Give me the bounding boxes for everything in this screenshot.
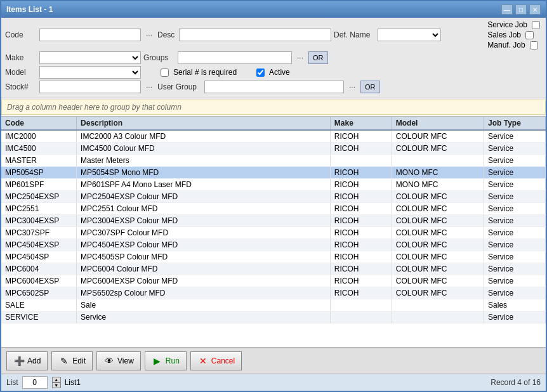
sales-job-checkbox[interactable] — [525, 31, 534, 39]
cell-desc: MPC2504EXSP Colour MFD — [77, 191, 331, 203]
groups-input[interactable] — [178, 51, 292, 64]
cell-desc: Service — [77, 311, 331, 323]
cell-code: MPC6004EXSP — [1, 275, 77, 287]
table-row[interactable]: MPC6004MPC6004 Colour MFDRICOHCOLOUR MFC… — [1, 263, 546, 275]
active-checkbox[interactable] — [256, 69, 265, 77]
table-row[interactable]: MPC307SPFMPC307SPF Colour MFDRICOHCOLOUR… — [1, 227, 546, 239]
table-row[interactable]: IMC4500IMC4500 Colour MFDRICOHCOLOUR MFC… — [1, 143, 546, 155]
cell-make: RICOH — [330, 239, 392, 251]
cell-make: RICOH — [330, 130, 392, 143]
run-icon: ▶ — [152, 355, 163, 367]
table-row[interactable]: IMC2000IMC2000 A3 Colour MFDRICOHCOLOUR … — [1, 130, 546, 143]
cell-job: Service — [484, 239, 546, 251]
table-row[interactable]: SALESaleSales — [1, 299, 546, 311]
cell-model: COLOUR MFC — [392, 227, 484, 239]
user-group-or-button[interactable]: OR — [360, 81, 380, 93]
table-row[interactable]: MP5054SPMP5054SP Mono MFDRICOHMONO MFCSe… — [1, 167, 546, 179]
table-row[interactable]: MPC4504SPMPC4505SP Colour MFDRICOHCOLOUR… — [1, 251, 546, 263]
cell-code: MPC6004 — [1, 263, 77, 275]
table-row[interactable]: MPC3004EXSPMPC3004EXSP Colour MFDRICOHCO… — [1, 215, 546, 227]
groups-label: Groups — [143, 53, 175, 62]
col-model[interactable]: Model — [392, 117, 484, 130]
groups-or-button[interactable]: OR — [308, 51, 328, 64]
table-row[interactable]: SERVICEServiceService — [1, 311, 546, 323]
serial-required-checkbox[interactable] — [161, 69, 169, 77]
restore-button[interactable]: □ — [515, 4, 527, 15]
cell-desc: Master Meters — [77, 155, 331, 167]
code-input[interactable] — [39, 29, 141, 41]
cell-model: COLOUR MFC — [392, 287, 484, 299]
table-row[interactable]: MPC6502SPMPS6502sp Colour MFDRICOHCOLOUR… — [1, 287, 546, 299]
groups-dots[interactable]: ··· — [294, 53, 306, 62]
sales-job-row: Sales Job — [487, 30, 542, 39]
user-group-dots[interactable]: ··· — [346, 82, 358, 91]
table-row[interactable]: MASTERMaster MetersService — [1, 155, 546, 167]
code-label: Code — [5, 30, 37, 39]
table-row[interactable]: MP601SPFMP601SPF A4 Mono Laser MFDRICOHM… — [1, 179, 546, 191]
run-button[interactable]: ▶ Run — [145, 351, 187, 370]
cell-code: MP601SPF — [1, 179, 77, 191]
cell-model: COLOUR MFC — [392, 275, 484, 287]
cell-model: MONO MFC — [392, 179, 484, 191]
cell-make: RICOH — [330, 167, 392, 179]
cell-desc: MPS6502sp Colour MFD — [77, 287, 331, 299]
desc-input[interactable] — [179, 29, 331, 41]
spin-up-button[interactable]: ▲ — [52, 377, 61, 382]
cell-job: Service — [484, 215, 546, 227]
cell-job: Service — [484, 143, 546, 155]
table-header-row: Code Description Make Model Job Type — [1, 117, 546, 130]
cell-job: Service — [484, 179, 546, 191]
def-name-label: Def. Name — [334, 30, 375, 39]
cell-job: Service — [484, 227, 546, 239]
edit-button[interactable]: ✎ Edit — [51, 351, 93, 370]
service-job-checkbox[interactable] — [532, 21, 540, 29]
user-group-input[interactable] — [204, 81, 344, 93]
record-info: Record 4 of 16 — [491, 378, 541, 387]
serial-required-label: Serial # is required — [173, 68, 237, 77]
def-name-select[interactable] — [378, 29, 441, 41]
cell-model: COLOUR MFC — [392, 239, 484, 251]
cell-job: Sales — [484, 299, 546, 311]
cell-code: MPC2504EXSP — [1, 191, 77, 203]
cell-make: RICOH — [330, 263, 392, 275]
minimize-button[interactable]: — — [501, 4, 513, 15]
col-desc[interactable]: Description — [77, 117, 331, 130]
col-make[interactable]: Make — [330, 117, 392, 130]
cell-desc: MPC4505SP Colour MFD — [77, 251, 331, 263]
model-select[interactable] — [39, 66, 141, 79]
table-row[interactable]: MPC4504EXSPMPC4504EXSP Colour MFDRICOHCO… — [1, 239, 546, 251]
cell-model: COLOUR MFC — [392, 130, 484, 143]
col-job[interactable]: Job Type — [484, 117, 546, 130]
cell-model: MONO MFC — [392, 167, 484, 179]
drag-hint: Drag a column header here to group by th… — [1, 100, 546, 115]
table-row[interactable]: MPC6004EXSPMPC6004EXSP Colour MFDRICOHCO… — [1, 275, 546, 287]
view-button[interactable]: 👁 View — [96, 351, 141, 370]
cell-desc: MP5054SP Mono MFD — [77, 167, 331, 179]
manuf-job-checkbox[interactable] — [530, 41, 538, 49]
table-row[interactable]: MPC2551MPC2551 Colour MFDRICOHCOLOUR MFC… — [1, 203, 546, 215]
cell-make — [330, 311, 392, 323]
code-dots[interactable]: ··· — [143, 30, 155, 39]
spin-down-button[interactable]: ▼ — [52, 382, 61, 388]
cell-desc: MPC6004EXSP Colour MFD — [77, 275, 331, 287]
stock-input[interactable] — [39, 81, 141, 93]
cancel-button[interactable]: ✕ Cancel — [190, 351, 242, 370]
cell-make: RICOH — [330, 227, 392, 239]
table-container[interactable]: Code Description Make Model Job Type IMC… — [1, 116, 546, 347]
make-select[interactable] — [39, 51, 141, 64]
stock-dots[interactable]: ··· — [143, 82, 155, 91]
cell-code: MPC6502SP — [1, 287, 77, 299]
col-code[interactable]: Code — [1, 117, 77, 130]
cell-desc: MPC307SPF Colour MFD — [77, 227, 331, 239]
list-number-input[interactable] — [22, 376, 48, 389]
cell-model — [392, 155, 484, 167]
table-row[interactable]: MPC2504EXSPMPC2504EXSP Colour MFDRICOHCO… — [1, 191, 546, 203]
cell-code: MP5054SP — [1, 167, 77, 179]
add-button[interactable]: ➕ Add — [6, 351, 48, 370]
close-button[interactable]: ✕ — [529, 4, 541, 15]
user-group-label: User Group — [157, 82, 202, 91]
cell-job: Service — [484, 191, 546, 203]
cell-job: Service — [484, 287, 546, 299]
window-controls: — □ ✕ — [501, 4, 541, 15]
cell-desc: MPC4504EXSP Colour MFD — [77, 239, 331, 251]
